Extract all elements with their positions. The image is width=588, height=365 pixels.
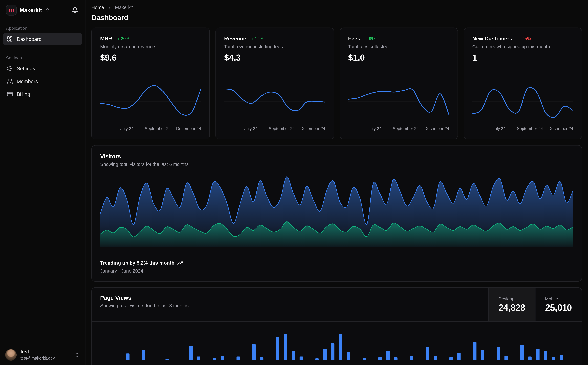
fees-sparkline-chart — [348, 79, 449, 123]
page-title: Dashboard — [91, 14, 582, 22]
stat-description: Monthly recurring revenue — [100, 44, 201, 49]
chevrons-up-down-icon — [74, 352, 80, 358]
page-views-title: Page Views — [100, 295, 480, 301]
sidebar-item-label: Members — [17, 78, 38, 84]
stat-title: MRR — [100, 35, 112, 42]
gear-icon — [7, 65, 13, 71]
makerkit-logo: m — [6, 5, 17, 15]
sidebar-spacer — [0, 101, 85, 344]
chevrons-up-down-icon — [45, 7, 50, 13]
trend-badge: ↑9% — [366, 36, 375, 41]
arrow-up-icon: ↑ — [366, 36, 368, 41]
breadcrumb-current: Makerkit — [115, 5, 133, 10]
trend-badge: ↑12% — [252, 36, 264, 41]
sidebar-item-settings[interactable]: Settings — [3, 62, 82, 74]
visitors-range-text: January - June 2024 — [100, 268, 573, 274]
breadcrumb-home-link[interactable]: Home — [91, 5, 104, 10]
visitors-subtitle: Showing total visitors for the last 6 mo… — [100, 162, 573, 167]
bell-icon — [72, 7, 78, 13]
nav-settings: Settings Members Billing — [0, 60, 85, 101]
stat-card-new-customers: New Customers ↓-25% Customers who signed… — [463, 28, 582, 140]
toggle-mobile-label: Mobile — [545, 297, 572, 301]
sidebar: m Makerkit Application Dashboard Setting… — [0, 0, 85, 365]
stat-title: Fees — [348, 35, 360, 42]
stat-value: $9.6 — [100, 53, 201, 63]
nav-application: Dashboard — [0, 31, 85, 46]
trending-up-icon — [178, 260, 183, 266]
visitors-area-chart — [100, 172, 573, 247]
toggle-mobile-value: 25,010 — [545, 303, 572, 312]
user-meta: test test@makerkit.dev — [20, 349, 71, 361]
notifications-button[interactable] — [69, 5, 80, 15]
workspace-name: Makerkit — [20, 7, 42, 13]
x-axis-ticks: July 24September 24December 24 — [224, 126, 325, 132]
page-views-bar-chart — [100, 322, 573, 360]
stat-cards-row: MRR ↑20% Monthly recurring revenue $9.6 … — [91, 28, 582, 140]
arrow-up-icon: ↑ — [252, 36, 254, 41]
stat-title: Revenue — [224, 35, 246, 42]
stat-card-mrr: MRR ↑20% Monthly recurring revenue $9.6 … — [91, 28, 210, 140]
credit-card-icon — [7, 91, 13, 97]
user-menu[interactable]: test test@makerkit.dev — [0, 344, 85, 365]
page-views-card: Page Views Showing total visitors for th… — [91, 287, 582, 365]
users-icon — [7, 78, 13, 84]
visitors-footer: Trending up by 5.2% this month January -… — [100, 260, 573, 274]
new-customers-sparkline-chart — [472, 79, 573, 123]
stat-value: 1 — [472, 53, 573, 63]
mrr-sparkline-chart — [100, 79, 201, 123]
sidebar-item-label: Billing — [17, 91, 30, 97]
user-email: test@makerkit.dev — [20, 355, 71, 361]
x-axis-ticks: July 24September 24December 24 — [348, 126, 449, 132]
page-views-header: Page Views Showing total visitors for th… — [92, 288, 581, 322]
x-axis-ticks: July 24September 24December 24 — [472, 126, 573, 132]
stat-description: Customers who signed up this month — [472, 44, 573, 49]
arrow-up-icon: ↑ — [118, 36, 120, 41]
sidebar-item-label: Settings — [17, 65, 35, 71]
toggle-desktop-label: Desktop — [498, 297, 525, 301]
visitors-card: Visitors Showing total visitors for the … — [91, 145, 582, 282]
stat-value: $1.0 — [348, 53, 449, 63]
chevron-right-icon — [107, 5, 112, 10]
x-axis-ticks: July 24September 24December 24 — [100, 126, 201, 132]
section-label-settings: Settings — [0, 56, 85, 60]
section-label-application: Application — [0, 26, 85, 31]
sidebar-header: m Makerkit — [0, 0, 85, 16]
revenue-sparkline-chart — [224, 79, 325, 123]
sidebar-item-dashboard[interactable]: Dashboard — [3, 33, 82, 45]
page-views-subtitle: Showing total visitors for the last 3 mo… — [100, 303, 480, 309]
toggle-desktop[interactable]: Desktop 24,828 — [488, 288, 535, 321]
sidebar-item-billing[interactable]: Billing — [3, 88, 82, 100]
sidebar-item-label: Dashboard — [17, 36, 42, 42]
arrow-down-icon: ↓ — [518, 36, 520, 41]
stat-value: $4.3 — [224, 53, 325, 63]
stat-description: Total fees collected — [348, 44, 449, 49]
sidebar-item-members[interactable]: Members — [3, 75, 82, 87]
app-window: m Makerkit Application Dashboard Setting… — [0, 0, 588, 365]
stat-description: Total revenue including fees — [224, 44, 325, 49]
breadcrumb: Home Makerkit — [91, 5, 582, 10]
workspace-switcher[interactable]: m Makerkit — [6, 5, 50, 15]
main-content: Home Makerkit Dashboard MRR ↑20% Monthly… — [85, 0, 588, 365]
toggle-desktop-value: 24,828 — [498, 303, 525, 312]
stat-card-fees: Fees ↑9% Total fees collected $1.0 July … — [339, 28, 458, 140]
stat-card-revenue: Revenue ↑12% Total revenue including fee… — [215, 28, 334, 140]
user-name: test — [20, 349, 71, 355]
dashboard-icon — [7, 36, 13, 42]
trend-badge: ↓-25% — [518, 36, 531, 41]
trend-badge: ↑20% — [118, 36, 130, 41]
user-avatar — [5, 349, 17, 360]
visitors-trend-text: Trending up by 5.2% this month — [100, 260, 174, 266]
toggle-mobile[interactable]: Mobile 25,010 — [535, 288, 581, 321]
visitors-title: Visitors — [100, 153, 573, 160]
stat-title: New Customers — [472, 35, 512, 42]
